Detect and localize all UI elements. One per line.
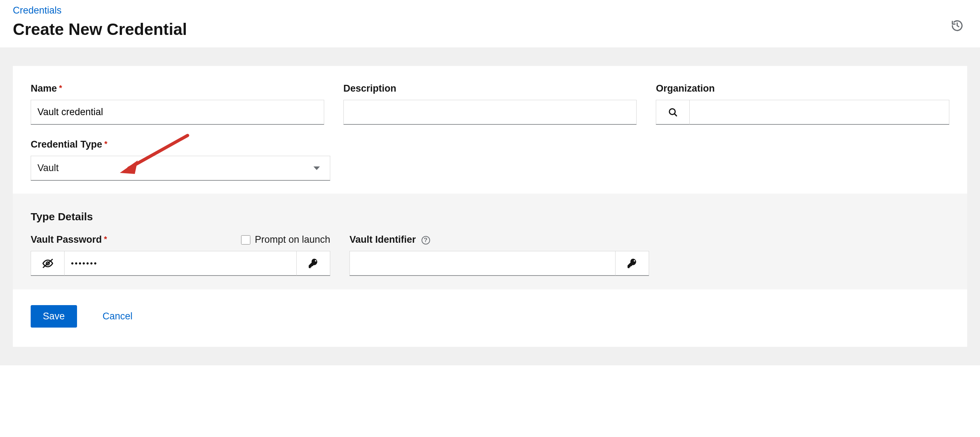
organization-field: Organization bbox=[656, 83, 949, 125]
toggle-password-visibility-button[interactable] bbox=[31, 251, 64, 276]
credential-type-value: Vault bbox=[37, 162, 59, 173]
vault-password-field: Vault Password* Prompt on launch bbox=[31, 234, 330, 276]
vault-password-label: Vault Password* bbox=[31, 234, 107, 245]
credential-form-card: Name* Description bbox=[13, 66, 967, 347]
vault-password-input[interactable] bbox=[64, 251, 297, 276]
credential-type-select[interactable]: Vault bbox=[31, 156, 330, 181]
chevron-down-icon bbox=[313, 167, 320, 170]
vault-password-key-button[interactable] bbox=[297, 251, 330, 276]
prompt-on-launch-checkbox[interactable] bbox=[241, 235, 250, 245]
organization-label: Organization bbox=[656, 83, 715, 94]
form-footer: Save Cancel bbox=[13, 289, 967, 347]
vault-identifier-key-button[interactable] bbox=[616, 251, 649, 276]
organization-input[interactable] bbox=[689, 100, 949, 125]
prompt-on-launch-wrap[interactable]: Prompt on launch bbox=[241, 234, 330, 245]
name-label: Name* bbox=[31, 83, 62, 94]
type-details-section: Type Details Vault Password* Prompt on l… bbox=[13, 194, 967, 289]
description-field: Description bbox=[344, 83, 637, 125]
vault-identifier-field: Vault Identifier ? bbox=[350, 234, 649, 276]
prompt-on-launch-label: Prompt on launch bbox=[255, 234, 330, 245]
credential-type-field: Credential Type* Vault bbox=[31, 139, 330, 181]
name-field: Name* bbox=[31, 83, 324, 125]
page-title: Create New Credential bbox=[13, 20, 187, 39]
vault-identifier-input[interactable] bbox=[350, 251, 616, 276]
description-label: Description bbox=[344, 83, 396, 94]
page-header: Credentials Create New Credential bbox=[0, 0, 980, 48]
cancel-button[interactable]: Cancel bbox=[100, 305, 135, 327]
breadcrumb-credentials[interactable]: Credentials bbox=[13, 5, 187, 16]
description-input[interactable] bbox=[344, 100, 637, 125]
svg-line-1 bbox=[675, 114, 676, 116]
name-input[interactable] bbox=[31, 100, 324, 125]
eye-slash-icon bbox=[42, 257, 54, 270]
type-details-title: Type Details bbox=[31, 211, 949, 223]
credential-type-label: Credential Type* bbox=[31, 139, 107, 150]
search-icon bbox=[668, 107, 678, 118]
history-icon[interactable] bbox=[951, 19, 964, 33]
key-icon bbox=[627, 258, 638, 269]
organization-search-button[interactable] bbox=[656, 100, 689, 125]
key-icon bbox=[308, 258, 319, 269]
vault-identifier-label: Vault Identifier ? bbox=[350, 234, 430, 245]
save-button[interactable]: Save bbox=[31, 305, 77, 327]
help-icon[interactable]: ? bbox=[422, 236, 430, 245]
